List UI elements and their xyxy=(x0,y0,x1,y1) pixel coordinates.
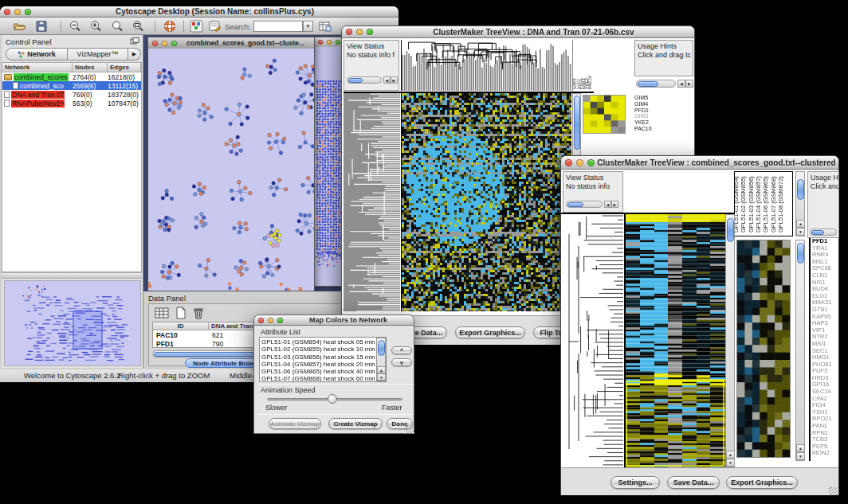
network-overview[interactable] xyxy=(4,280,141,366)
tv2-zoom-vscrollbar[interactable]: ▲ ▼ xyxy=(795,240,805,461)
scroll-down-button[interactable]: ▼ xyxy=(796,452,805,460)
zoom-window-icon[interactable] xyxy=(587,159,595,166)
zoom-window-icon[interactable] xyxy=(336,40,340,45)
gene-label[interactable]: YKE2 xyxy=(634,119,693,126)
panel-splitter[interactable] xyxy=(2,272,142,279)
gene-label[interactable]: HRD3 xyxy=(812,375,840,382)
zoom-window-icon[interactable] xyxy=(171,41,177,46)
gene-label[interactable]: MSI1 xyxy=(812,341,840,348)
attribute-item[interactable]: GPL51-07 (GSM868) heat shock 60 min xyxy=(261,375,373,382)
gene-label[interactable]: PAN1 xyxy=(812,423,840,430)
close-icon[interactable] xyxy=(318,40,323,45)
minimize-icon[interactable] xyxy=(327,40,332,45)
gene-label[interactable]: YSH1 xyxy=(812,409,840,416)
scroll-up-button[interactable]: ▲ xyxy=(796,220,805,228)
gene-label[interactable]: GIM4 xyxy=(634,101,693,107)
gene-label[interactable]: RNR4 xyxy=(812,252,840,259)
col-id[interactable]: ID xyxy=(153,322,209,330)
close-icon[interactable] xyxy=(346,29,352,35)
move-up-button[interactable]: ^ xyxy=(391,346,412,354)
gene-label[interactable]: PHO81 xyxy=(812,361,840,369)
scroll-down-button[interactable]: ▼ xyxy=(796,228,805,236)
minimize-icon[interactable] xyxy=(356,29,363,35)
gene-label[interactable]: GIM5 xyxy=(634,95,693,101)
gene-label[interactable]: RPO21 xyxy=(812,416,840,423)
scroll-right-button[interactable]: ▶ xyxy=(611,201,618,208)
scroll-right-button[interactable]: ▶ xyxy=(391,76,398,84)
search-input[interactable] xyxy=(253,21,303,32)
open-file-icon[interactable] xyxy=(13,20,26,33)
gene-label[interactable]: GTB1 xyxy=(812,307,840,314)
help-lifering-icon[interactable] xyxy=(163,20,176,33)
tab-network[interactable]: Network xyxy=(6,48,68,61)
scroll-left-button[interactable]: ◀ xyxy=(677,80,685,88)
close-icon[interactable] xyxy=(258,318,264,323)
scroll-left-button[interactable]: ◀ xyxy=(604,201,611,208)
network-row[interactable]: combined_scores 2764(0) 16218(0) xyxy=(2,72,141,81)
minimize-icon[interactable] xyxy=(576,159,583,166)
gene-label[interactable]: CLN1 xyxy=(812,272,840,279)
gene-label[interactable]: SPC98 xyxy=(812,265,840,272)
delete-attribute-icon[interactable] xyxy=(192,307,205,319)
attribute-item[interactable]: GPL51-04 (GSM857) heat shock 20 min xyxy=(261,361,373,368)
col-nodes[interactable]: Nodes xyxy=(73,63,108,72)
minimize-icon[interactable] xyxy=(14,9,21,15)
scroll-up-button[interactable]: ▲ xyxy=(726,451,735,459)
network-row[interactable]: DNA and Tran 07 769(0) 183728(0) xyxy=(2,90,141,99)
tv2-collabel-scrollbar[interactable]: ▲ ▼ xyxy=(795,171,805,236)
attribute-item[interactable]: GPL51-03 (GSM856) heat shock 15 min xyxy=(261,354,373,361)
zoom-window-icon[interactable] xyxy=(25,9,31,15)
tv1-correlation-minimap[interactable] xyxy=(583,95,626,134)
dialog-titlebar[interactable]: Map Colors to Network xyxy=(254,315,414,326)
tv1-status-scrollbar[interactable] xyxy=(347,76,382,84)
gene-label[interactable]: TCB3 xyxy=(812,436,840,443)
gene-label[interactable]: VIP1 xyxy=(812,327,840,334)
scroll-up-button[interactable]: ▲ xyxy=(796,444,805,452)
main-titlebar[interactable]: Cytoscape Desktop (Session Name: collins… xyxy=(0,6,398,18)
gene-label[interactable]: YRA1 xyxy=(812,245,840,252)
tv1-heatmap[interactable] xyxy=(401,93,571,311)
tv2-status-scrollbar[interactable] xyxy=(566,201,603,208)
network-list-header[interactable]: Network Nodes Edges xyxy=(2,63,141,72)
export-graphics-button[interactable]: Export Graphics... xyxy=(726,476,798,489)
gene-label[interactable]: CPA2 xyxy=(812,396,840,403)
gene-label[interactable]: MSL1 xyxy=(812,259,840,266)
create-vizmap-button[interactable]: Create Vizmap xyxy=(328,418,383,429)
treeview2-titlebar[interactable]: ClusterMaker TreeView : combined_scores_… xyxy=(561,156,838,170)
gene-label[interactable]: SEC1 xyxy=(812,348,840,355)
tv2-row-dendrogram[interactable] xyxy=(563,214,623,467)
gene-label[interactable]: HAP3 xyxy=(812,320,840,327)
col-network[interactable]: Network xyxy=(2,63,73,72)
network-row[interactable]: combined_sco 2569(6) 13112(15) xyxy=(2,81,141,90)
scroll-up-button[interactable]: ▲ xyxy=(377,366,386,373)
network-window-1-titlebar[interactable]: combined_scores_good.txt--cluste... xyxy=(148,37,314,49)
zoom-in-icon[interactable] xyxy=(89,20,102,33)
minimize-icon[interactable] xyxy=(268,318,273,323)
tv1-row-dendrogram[interactable] xyxy=(344,93,400,311)
attribute-item[interactable]: GPL51-02 (GSM855) heat shock 10 min xyxy=(261,346,373,353)
float-panel-icon[interactable] xyxy=(130,37,139,45)
tv2-usage-scrollbar[interactable] xyxy=(810,229,837,236)
attribute-item[interactable]: GPL51-01 (GSM854) heat shock 05 min xyxy=(261,338,373,346)
network-window-1[interactable]: combined_scores_good.txt--cluste... xyxy=(147,37,315,291)
scroll-left-button[interactable]: ◀ xyxy=(383,76,391,84)
tab-overflow-button[interactable]: ▶ xyxy=(128,48,141,61)
attribute-item[interactable]: GPL51-06 (GSM865) heat shock 40 min xyxy=(261,368,373,375)
gene-label[interactable]: PUF3 xyxy=(812,368,840,375)
gene-label[interactable]: NIS1 xyxy=(812,279,840,287)
move-down-button[interactable]: v xyxy=(391,358,412,366)
gene-label[interactable]: PFD1 xyxy=(812,238,840,245)
settings-button[interactable]: Settings... xyxy=(610,476,660,489)
tv1-usage-scrollbar[interactable] xyxy=(636,80,676,88)
gene-label[interactable]: KAP95 xyxy=(812,314,840,321)
gene-label[interactable]: PEP5 xyxy=(812,443,840,451)
scroll-down-button[interactable]: ▼ xyxy=(726,459,735,467)
annotation-icon[interactable] xyxy=(208,20,222,33)
save-session-icon[interactable] xyxy=(35,20,48,33)
network-overview-canvas[interactable] xyxy=(5,281,140,365)
attribute-listbox[interactable]: GPL51-01 (GSM854) heat shock 05 minGPL51… xyxy=(259,337,387,382)
gene-label[interactable]: RPN1 xyxy=(812,430,840,437)
minimize-icon[interactable] xyxy=(162,41,167,46)
zoom-out-icon[interactable] xyxy=(69,20,81,33)
gene-label[interactable]: BUD4 xyxy=(812,286,840,293)
